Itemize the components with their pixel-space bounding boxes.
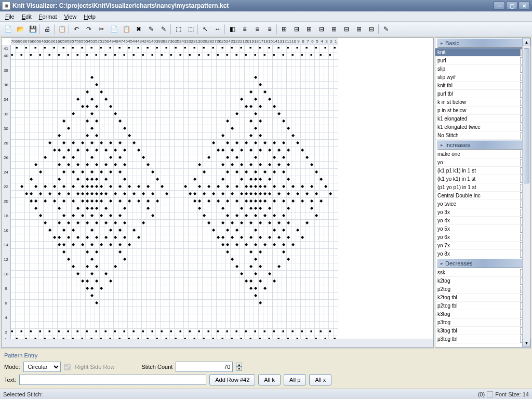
chart-cell[interactable]	[296, 60, 301, 67]
chart-cell[interactable]	[203, 227, 207, 234]
chart-cell[interactable]	[310, 169, 315, 176]
chart-cell[interactable]	[282, 198, 287, 205]
chart-cell[interactable]	[198, 249, 203, 256]
chart-cell[interactable]	[254, 96, 259, 103]
chart-cell[interactable]	[296, 307, 301, 314]
chart-cell[interactable]	[48, 183, 53, 191]
chart-cell[interactable]	[109, 212, 114, 220]
chart-cell[interactable]	[20, 278, 25, 285]
chart-cell[interactable]	[11, 212, 16, 220]
menu-edit[interactable]: Edit	[19, 12, 35, 21]
chart-cell[interactable]	[175, 183, 179, 191]
chart-cell[interactable]	[287, 278, 291, 285]
chart-cell[interactable]	[207, 220, 212, 227]
chart-cell[interactable]	[90, 292, 95, 300]
chart-cell[interactable]	[301, 242, 305, 249]
chart-cell[interactable]	[95, 220, 100, 227]
chart-cell[interactable]	[254, 292, 259, 300]
chart-cell[interactable]	[254, 227, 259, 234]
chart-cell[interactable]	[291, 74, 296, 82]
chart-cell[interactable]	[329, 147, 334, 154]
chart-cell[interactable]	[132, 285, 137, 292]
chart-cell[interactable]	[95, 329, 100, 336]
chart-cell[interactable]	[287, 256, 291, 263]
chart-cell[interactable]	[90, 118, 95, 125]
chart-cell[interactable]	[100, 74, 104, 82]
chart-cell[interactable]	[170, 292, 175, 300]
chart-cell[interactable]	[109, 307, 114, 314]
chart-cell[interactable]	[282, 183, 287, 191]
chart-cell[interactable]	[48, 278, 53, 285]
chart-cell[interactable]	[221, 111, 226, 118]
chart-cell[interactable]	[249, 300, 254, 307]
chart-cell[interactable]	[156, 191, 161, 198]
chart-cell[interactable]	[263, 125, 268, 132]
chart-cell[interactable]	[114, 242, 118, 249]
chart-cell[interactable]	[137, 249, 142, 256]
chart-cell[interactable]	[217, 52, 221, 60]
chart-cell[interactable]	[11, 314, 16, 322]
chart-cell[interactable]	[320, 300, 324, 307]
chart-cell[interactable]	[95, 67, 100, 74]
chart-cell[interactable]	[165, 154, 170, 162]
chart-cell[interactable]	[165, 278, 170, 285]
chart-cell[interactable]	[231, 322, 235, 329]
chart-cell[interactable]	[39, 52, 44, 60]
chart-cell[interactable]	[315, 314, 320, 322]
chart-cell[interactable]	[273, 271, 277, 278]
chart-cell[interactable]	[67, 329, 72, 336]
chart-cell[interactable]	[30, 140, 34, 147]
chart-cell[interactable]	[184, 212, 189, 220]
chart-cell[interactable]	[53, 271, 58, 278]
chart-cell[interactable]	[305, 176, 310, 183]
chart-cell[interactable]	[137, 67, 142, 74]
chart-cell[interactable]	[95, 60, 100, 67]
chart-cell[interactable]	[90, 220, 95, 227]
chart-cell[interactable]	[132, 154, 137, 162]
chart-cell[interactable]	[147, 176, 151, 183]
stitch-yo-4x[interactable]: yo 4x④	[435, 217, 530, 225]
chart-cell[interactable]	[315, 125, 320, 132]
chart-cell[interactable]	[324, 292, 329, 300]
chart-cell[interactable]	[151, 256, 156, 263]
toolbar-btn-29[interactable]: ⊟	[291, 23, 302, 35]
chart-cell[interactable]	[296, 314, 301, 322]
chart-cell[interactable]	[95, 74, 100, 82]
chart-cell[interactable]	[263, 132, 268, 140]
chart-cell[interactable]	[114, 132, 118, 140]
chart-cell[interactable]	[259, 111, 263, 118]
chart-cell[interactable]	[254, 220, 259, 227]
chart-cell[interactable]	[315, 329, 320, 336]
chart-cell[interactable]	[90, 242, 95, 249]
chart-cell[interactable]	[104, 234, 109, 242]
chart-cell[interactable]	[48, 60, 53, 67]
chart-cell[interactable]	[161, 111, 165, 118]
chart-cell[interactable]	[25, 183, 30, 191]
chart-cell[interactable]	[301, 82, 305, 89]
chart-cell[interactable]	[249, 205, 254, 212]
chart-cell[interactable]	[221, 322, 226, 329]
chart-cell[interactable]	[16, 183, 20, 191]
chart-cell[interactable]	[104, 118, 109, 125]
chart-cell[interactable]	[212, 256, 217, 263]
chart-cell[interactable]	[20, 74, 25, 82]
chart-cell[interactable]	[161, 263, 165, 271]
chart-cell[interactable]	[62, 322, 67, 329]
chart-cell[interactable]	[16, 74, 20, 82]
chart-cell[interactable]	[16, 198, 20, 205]
stitch-knit-tbl[interactable]: knit tblB	[435, 82, 530, 90]
chart-cell[interactable]	[263, 111, 268, 118]
chart-cell[interactable]	[95, 307, 100, 314]
palette-header-decreases[interactable]: Decreases	[437, 259, 529, 268]
chart-cell[interactable]	[161, 198, 165, 205]
chart-cell[interactable]	[175, 307, 179, 314]
chart-cell[interactable]	[179, 278, 184, 285]
chart-cell[interactable]	[291, 322, 296, 329]
chart-cell[interactable]	[114, 154, 118, 162]
chart-cell[interactable]	[123, 300, 128, 307]
chart-cell[interactable]	[231, 67, 235, 74]
chart-cell[interactable]	[86, 60, 90, 67]
chart-cell[interactable]	[104, 292, 109, 300]
chart-cell[interactable]	[58, 227, 62, 234]
chart-cell[interactable]	[179, 329, 184, 336]
